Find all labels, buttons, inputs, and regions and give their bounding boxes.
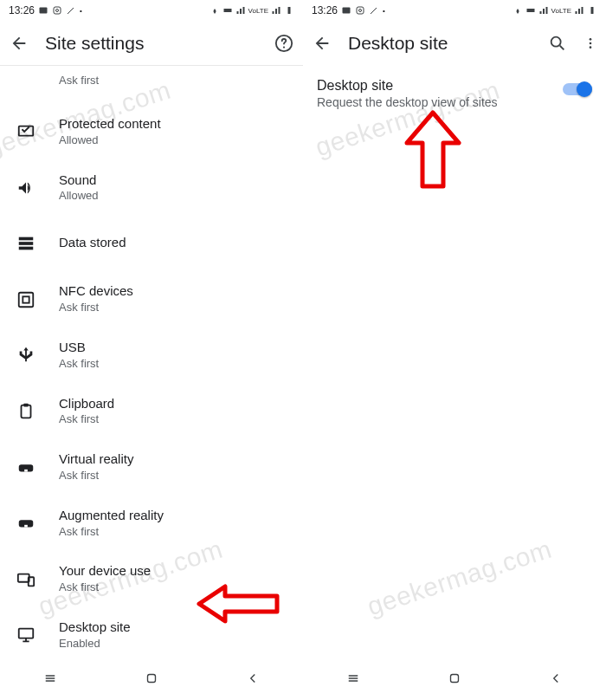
nfc-devices-row[interactable]: NFC devices Ask first	[0, 271, 303, 327]
setting-primary: Desktop site	[317, 78, 498, 94]
augmented-reality-row[interactable]: Augmented reality Ask first	[0, 496, 303, 552]
svg-rect-1	[54, 7, 61, 14]
svg-rect-13	[23, 404, 29, 407]
search-icon[interactable]	[547, 33, 568, 54]
svg-rect-23	[357, 7, 364, 14]
edit-icon	[369, 5, 379, 16]
wifi-icon	[210, 5, 220, 16]
row-primary: Virtual reality	[59, 451, 133, 468]
appbar-site-settings: Site settings	[0, 21, 303, 66]
back-icon[interactable]	[312, 33, 332, 54]
your-device-use-row[interactable]: Your device use Ask first	[0, 551, 303, 607]
status-bar: 13:26 • VoLTE	[0, 0, 303, 21]
row-secondary: Ask first	[59, 412, 114, 427]
screen-desktop-site: 13:26 • VoLTE Desktop site	[303, 0, 606, 700]
screen-site-settings: 13:26 • VoLTE Site settings	[0, 0, 303, 700]
battery-icon	[587, 5, 597, 16]
instagram-icon	[355, 5, 365, 16]
status-right: VoLTE	[210, 5, 294, 16]
row-primary: Protected content	[59, 116, 161, 133]
lte-label: VoLTE	[248, 7, 268, 15]
instagram-icon	[52, 5, 62, 16]
sound-row[interactable]: Sound Allowed	[0, 160, 303, 217]
svg-rect-15	[24, 469, 28, 471]
svg-point-27	[551, 37, 561, 47]
row-primary: Sound	[59, 172, 99, 189]
back-icon[interactable]	[9, 33, 29, 54]
lte-label: VoLTE	[551, 7, 571, 15]
nav-home-icon[interactable]	[141, 668, 162, 689]
row-secondary: Allowed	[59, 133, 161, 148]
wifi-icon	[513, 5, 523, 16]
svg-rect-7	[19, 237, 34, 241]
row-secondary: Ask first	[59, 74, 99, 88]
usb-icon	[16, 345, 36, 366]
nav-recents-icon[interactable]	[343, 668, 364, 689]
data-stored-icon	[16, 233, 36, 254]
svg-rect-8	[19, 242, 34, 245]
row-primary: Your device use	[59, 563, 151, 580]
clipboard-row[interactable]: Clipboard Ask first	[0, 384, 303, 440]
nav-home-icon[interactable]	[444, 668, 465, 689]
svg-rect-9	[19, 247, 34, 250]
nfc-icon	[16, 289, 36, 310]
svg-rect-18	[18, 574, 29, 581]
settings-list: Ask first Protected content Allowed Soun…	[0, 66, 303, 664]
row-secondary: Ask first	[59, 580, 151, 595]
row-primary: Augmented reality	[59, 508, 164, 524]
nav-back-icon[interactable]	[545, 668, 566, 689]
virtual-reality-row[interactable]: Virtual reality Ask first	[0, 439, 303, 496]
volte-icon	[525, 5, 536, 16]
ask-first-row[interactable]: Ask first	[0, 66, 303, 104]
signal2-icon	[271, 5, 281, 16]
page-title: Desktop site	[348, 33, 532, 54]
help-icon[interactable]	[274, 33, 294, 54]
svg-point-30	[590, 46, 592, 49]
edit-icon	[66, 5, 76, 16]
row-secondary: Ask first	[59, 301, 133, 315]
sound-icon	[16, 178, 36, 198]
svg-rect-10	[19, 292, 34, 307]
row-primary: Clipboard	[59, 396, 114, 412]
desktop-icon	[16, 625, 36, 645]
more-icon[interactable]	[583, 33, 597, 54]
row-secondary: Ask first	[59, 469, 133, 483]
protected-content-icon	[16, 121, 36, 142]
svg-rect-3	[223, 9, 231, 12]
clipboard-icon	[16, 401, 36, 422]
ar-icon	[16, 513, 36, 534]
nav-bar	[303, 665, 606, 691]
status-time: 13:26	[312, 4, 338, 16]
row-primary: Desktop site	[59, 619, 131, 636]
volte-icon	[222, 5, 233, 16]
desktop-site-row[interactable]: Desktop site Enabled	[0, 607, 303, 664]
row-secondary: Enabled	[59, 637, 131, 651]
svg-rect-21	[147, 675, 155, 683]
nav-recents-icon[interactable]	[40, 668, 61, 689]
page-title: Site settings	[45, 33, 258, 54]
setting-secondary: Request the desktop view of sites	[317, 95, 498, 109]
row-primary: Data stored	[59, 235, 126, 251]
row-primary: NFC devices	[59, 283, 133, 300]
row-secondary: Ask first	[59, 525, 164, 540]
status-bar: 13:26 • VoLTE	[303, 0, 606, 21]
row-secondary: Allowed	[59, 189, 99, 204]
nav-back-icon[interactable]	[242, 668, 263, 689]
svg-rect-20	[19, 629, 34, 638]
svg-rect-25	[526, 9, 534, 12]
image-icon	[38, 5, 48, 16]
device-use-icon	[16, 569, 36, 590]
protected-content-row[interactable]: Protected content Allowed	[0, 104, 303, 160]
desktop-site-setting[interactable]: Desktop site Request the desktop view of…	[303, 66, 606, 121]
svg-point-28	[590, 38, 592, 41]
dot-icon: •	[383, 7, 385, 15]
svg-rect-22	[343, 8, 351, 14]
desktop-site-toggle[interactable]	[563, 81, 592, 97]
svg-point-24	[359, 10, 362, 12]
usb-row[interactable]: USB Ask first	[0, 327, 303, 384]
battery-icon	[284, 5, 294, 16]
nav-bar	[0, 665, 303, 691]
status-time: 13:26	[9, 4, 35, 16]
image-icon	[341, 5, 351, 16]
data-stored-row[interactable]: Data stored	[0, 216, 303, 271]
